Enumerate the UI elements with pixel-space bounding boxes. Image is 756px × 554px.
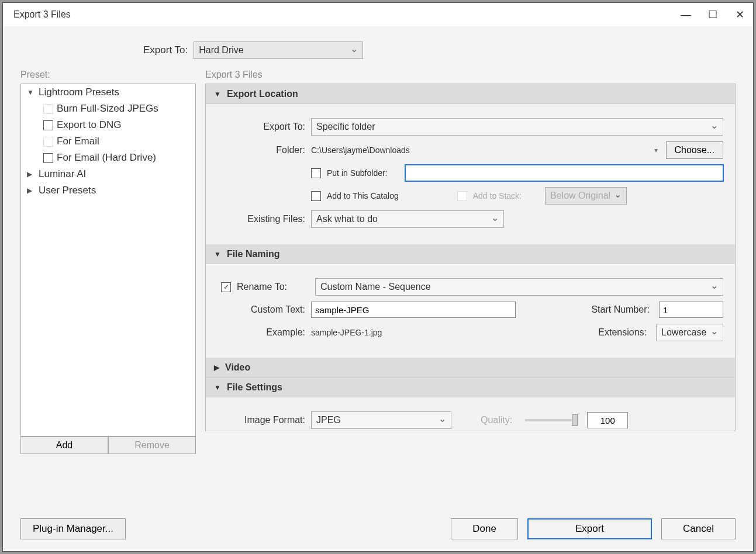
rename-checkbox[interactable]	[221, 282, 231, 292]
disclosure-down-icon: ▼	[214, 250, 221, 258]
example-label: Example:	[218, 327, 305, 338]
slider-thumb[interactable]	[572, 414, 578, 426]
stack-position-value: Below Original	[550, 191, 610, 201]
export-to-value: Hard Drive	[199, 45, 243, 56]
preset-group-label: Lightroom Presets	[39, 86, 119, 98]
close-button[interactable]: ✕	[726, 5, 753, 24]
choose-folder-button[interactable]: Choose...	[666, 141, 723, 159]
disclosure-down-icon: ▼	[214, 90, 221, 98]
add-stack-checkbox	[457, 191, 467, 201]
extensions-value: Lowercase	[661, 327, 706, 338]
right-col-label: Export 3 Files	[205, 70, 736, 80]
preset-item-burn[interactable]: Burn Full-Sized JPEGs	[21, 101, 195, 117]
subfolder-input[interactable]	[405, 165, 723, 181]
panel-export-location-header[interactable]: ▼ Export Location	[206, 84, 735, 104]
image-format-dropdown[interactable]: JPEG	[311, 411, 451, 429]
disclosure-down-icon: ▼	[27, 88, 35, 96]
export-to-dropdown[interactable]: Hard Drive	[194, 41, 363, 59]
minimize-button[interactable]: —	[672, 5, 699, 24]
preset-group-luminar[interactable]: ▶ Luminar AI	[21, 166, 195, 182]
preset-group-user[interactable]: ▶ User Presets	[21, 182, 195, 199]
disclosure-right-icon: ▶	[214, 363, 219, 372]
add-stack-label: Add to Stack:	[473, 191, 522, 200]
export-to-sublabel: Export To:	[218, 122, 305, 132]
quality-label: Quality:	[481, 415, 512, 425]
preset-checkbox[interactable]	[43, 120, 53, 130]
window-title: Export 3 Files	[13, 9, 672, 20]
preset-item-label: Export to DNG	[57, 119, 122, 131]
disclosure-down-icon: ▼	[214, 383, 221, 392]
preset-item-email-hd[interactable]: For Email (Hard Drive)	[21, 150, 195, 166]
rename-to-label: Rename To:	[237, 282, 306, 292]
quality-slider[interactable]	[525, 419, 578, 421]
custom-text-input[interactable]	[311, 302, 516, 318]
panel-title: Export Location	[227, 89, 298, 99]
image-format-value: JPEG	[316, 415, 341, 425]
extensions-label: Extensions:	[598, 327, 647, 338]
example-value: sample-JPEG-1.jpg	[311, 328, 382, 337]
disclosure-right-icon: ▶	[27, 186, 35, 195]
preset-item-dng[interactable]: Export to DNG	[21, 117, 195, 133]
put-subfolder-checkbox[interactable]	[311, 168, 321, 178]
preset-item-label: For Email	[57, 136, 99, 147]
panel-title: File Naming	[227, 249, 280, 259]
preset-checkbox[interactable]	[43, 153, 53, 163]
plugin-manager-button[interactable]: Plug-in Manager...	[20, 518, 126, 539]
start-number-input[interactable]	[659, 302, 723, 318]
preset-item-label: For Email (Hard Drive)	[57, 152, 156, 164]
cancel-button[interactable]: Cancel	[661, 518, 736, 539]
settings-panels[interactable]: ▼ Export Location Export To: Specific fo…	[205, 84, 736, 431]
custom-text-label: Custom Text:	[218, 304, 305, 315]
panel-file-naming-header[interactable]: ▼ File Naming	[206, 244, 735, 264]
quality-input[interactable]	[587, 412, 628, 428]
preset-group-label: User Presets	[39, 185, 96, 196]
existing-files-dropdown[interactable]: Ask what to do	[311, 210, 504, 228]
extensions-dropdown[interactable]: Lowercase	[656, 324, 723, 341]
preset-checkbox[interactable]	[43, 104, 53, 114]
remove-preset-button[interactable]: Remove	[108, 437, 196, 454]
panel-title: Video	[225, 362, 250, 373]
preset-item-email[interactable]: For Email	[21, 133, 195, 150]
preset-checkbox[interactable]	[43, 137, 53, 147]
existing-files-value: Ask what to do	[316, 214, 378, 224]
rename-template-value: Custom Name - Sequence	[320, 282, 431, 292]
panel-file-settings-header[interactable]: ▼ File Settings	[206, 378, 735, 397]
add-catalog-label: Add to This Catalog	[327, 191, 399, 200]
maximize-button[interactable]: ☐	[699, 5, 726, 24]
image-format-label: Image Format:	[218, 415, 305, 425]
disclosure-right-icon: ▶	[27, 170, 35, 178]
preset-label: Preset:	[20, 70, 196, 80]
preset-group-lightroom[interactable]: ▼ Lightroom Presets	[21, 84, 195, 101]
folder-path: C:\Users\jayme\Downloads	[311, 146, 646, 155]
export-button[interactable]: Export	[527, 518, 652, 539]
add-catalog-checkbox[interactable]	[311, 191, 321, 201]
panel-title: File Settings	[227, 382, 282, 393]
put-subfolder-label: Put in Subfolder:	[327, 168, 388, 178]
existing-files-label: Existing Files:	[218, 214, 305, 224]
start-number-label: Start Number:	[591, 304, 650, 315]
export-to-folder-value: Specific folder	[316, 122, 375, 132]
rename-template-dropdown[interactable]: Custom Name - Sequence	[315, 278, 723, 296]
export-to-folder-dropdown[interactable]: Specific folder	[311, 118, 723, 136]
stack-position-dropdown: Below Original	[545, 187, 627, 205]
preset-group-label: Luminar AI	[39, 168, 86, 180]
folder-label: Folder:	[218, 145, 305, 155]
preset-item-label: Burn Full-Sized JPEGs	[57, 103, 158, 115]
panel-video-header[interactable]: ▶ Video	[206, 358, 735, 378]
export-to-label: Export To:	[143, 44, 188, 56]
preset-list[interactable]: ▼ Lightroom Presets Burn Full-Sized JPEG…	[20, 84, 196, 437]
add-preset-button[interactable]: Add	[20, 437, 108, 454]
folder-chevron-icon[interactable]: ▾	[652, 146, 660, 154]
done-button[interactable]: Done	[451, 518, 518, 539]
